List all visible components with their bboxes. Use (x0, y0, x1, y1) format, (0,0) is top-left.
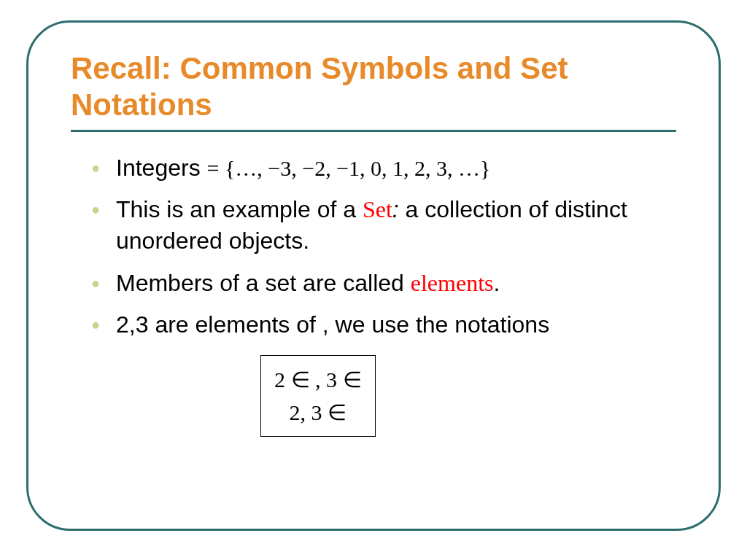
term-elements: elements (411, 270, 494, 296)
term-set: Set (363, 196, 392, 222)
bullet-notation: 2,3 are elements of , we use the notatio… (91, 309, 676, 341)
title-underline (71, 130, 676, 132)
elements-pre: Members of a set are called (116, 270, 411, 296)
bullet-set-definition: This is an example of a Set: a collectio… (91, 194, 676, 257)
notation-row-1: 2 ∈ , 3 ∈ (274, 363, 362, 396)
set-def-colon: : (392, 196, 406, 222)
bullet-list: Integers = {…, −3, −2, −1, 0, 1, 2, 3, …… (71, 152, 676, 341)
bullet-integers: Integers = {…, −3, −2, −1, 0, 1, 2, 3, …… (91, 152, 676, 184)
slide-title: Recall: Common Symbols and Set Notations (71, 50, 676, 122)
slide-frame: Recall: Common Symbols and Set Notations… (26, 20, 721, 531)
bullet-integers-label: Integers (116, 155, 201, 181)
integers-set-definition: = {…, −3, −2, −1, 0, 1, 2, 3, …} (207, 156, 491, 180)
elements-post: . (493, 270, 500, 296)
notation-post: , we use the notations (322, 311, 549, 338)
notation-row-2: 2, 3 ∈ (274, 396, 362, 429)
notation-pre: 2,3 are elements of (116, 311, 322, 338)
bullet-elements: Members of a set are called elements. (91, 268, 676, 299)
set-def-pre: This is an example of a (116, 196, 363, 222)
element-notation-box: 2 ∈ , 3 ∈ 2, 3 ∈ (260, 355, 376, 437)
